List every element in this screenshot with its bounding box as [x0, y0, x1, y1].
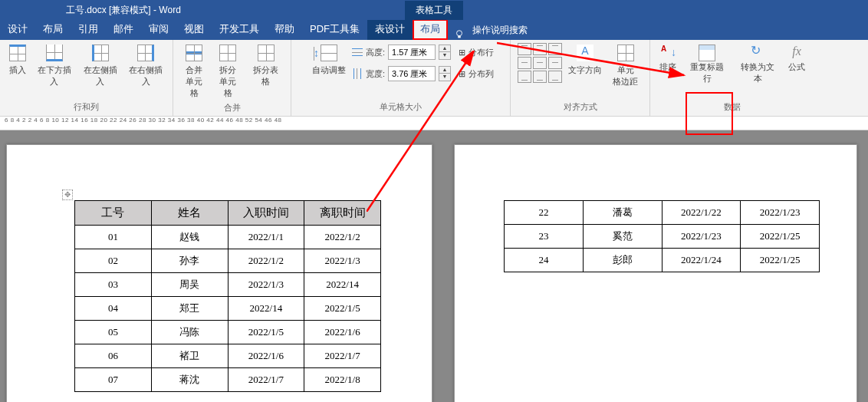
table-cell[interactable]: 赵钱 — [151, 226, 228, 249]
sort-button[interactable]: 排序 — [655, 43, 681, 74]
table-row[interactable]: 23奚范2022/1/232022/1/25 — [505, 225, 820, 249]
table-cell[interactable]: 孙李 — [151, 249, 228, 273]
table-cell[interactable]: 冯陈 — [151, 321, 228, 344]
tab-pdf-tools[interactable]: PDF工具集 — [302, 19, 367, 40]
insert-left-button[interactable]: 在左侧插入 — [78, 43, 123, 89]
tab-mailings[interactable]: 邮件 — [106, 19, 141, 40]
table-cell[interactable]: 潘葛 — [583, 201, 662, 225]
autofit-button[interactable]: 自动调整 — [307, 43, 350, 77]
text-direction-button[interactable]: A文字方向 — [564, 43, 607, 77]
table-cell[interactable]: 2022/1/3 — [304, 249, 381, 273]
table-cell[interactable]: 褚卫 — [151, 344, 228, 368]
table-cell[interactable]: 2022/1/2 — [304, 226, 381, 249]
height-stepper[interactable]: ▲▼ — [439, 44, 451, 60]
table-row[interactable]: 22潘葛2022/1/222022/1/23 — [505, 201, 820, 225]
tab-view[interactable]: 视图 — [176, 19, 212, 40]
table-cell[interactable]: 2022/1/5 — [304, 297, 381, 321]
width-input[interactable] — [388, 66, 436, 81]
table-cell[interactable]: 2022/1/6 — [228, 344, 304, 368]
horizontal-ruler[interactable]: 6 8 4 2 2 4 6 8 10 12 14 16 18 20 22 24 … — [0, 117, 868, 130]
table-cell[interactable]: 2022/1/25 — [741, 249, 820, 272]
table-cell[interactable]: 03 — [75, 273, 152, 297]
t1-header[interactable]: 姓名 — [151, 201, 228, 226]
distribute-rows-button[interactable]: 分布行 — [469, 47, 494, 58]
document-table-1[interactable]: 工号 姓名 入职时间 离职时间 01赵钱2022/1/12022/1/202孙李… — [74, 200, 381, 392]
align-bl[interactable] — [518, 71, 531, 83]
align-tl[interactable] — [518, 43, 531, 55]
document-table-2[interactable]: 22潘葛2022/1/222022/1/2323奚范2022/1/232022/… — [504, 200, 820, 272]
table-cell[interactable]: 2022/1/23 — [662, 225, 741, 249]
table-cell[interactable]: 2022/14 — [304, 273, 381, 297]
tab-developer[interactable]: 开发工具 — [212, 19, 267, 40]
t1-header[interactable]: 离职时间 — [304, 201, 381, 226]
table-row[interactable]: 02孙李2022/1/22022/1/3 — [75, 249, 381, 273]
table-cell[interactable]: 蒋沈 — [151, 368, 228, 392]
tab-help[interactable]: 帮助 — [267, 19, 302, 40]
table-cell[interactable]: 2022/1/23 — [741, 201, 820, 225]
split-cells-button[interactable]: 拆分 单元格 — [212, 43, 244, 100]
t1-header[interactable]: 工号 — [75, 201, 152, 226]
height-input[interactable] — [388, 44, 436, 60]
insert-right-button[interactable]: 在右侧插入 — [123, 43, 168, 89]
t1-header[interactable]: 入职时间 — [228, 201, 304, 226]
tab-references[interactable]: 引用 — [71, 19, 106, 40]
table-row[interactable]: 04郑王2022/142022/1/5 — [75, 297, 381, 321]
align-br[interactable] — [548, 71, 562, 83]
table-cell[interactable]: 2022/1/3 — [228, 273, 304, 297]
align-tc[interactable] — [533, 43, 547, 55]
align-bc[interactable] — [533, 71, 547, 83]
table-cell[interactable]: 郑王 — [151, 297, 228, 321]
table-cell[interactable]: 周吴 — [151, 273, 228, 297]
table-cell[interactable]: 2022/1/22 — [662, 201, 741, 225]
tab-table-design[interactable]: 表设计 — [367, 19, 413, 40]
page-2[interactable]: 22潘葛2022/1/222022/1/2323奚范2022/1/232022/… — [454, 144, 857, 402]
table-cell[interactable]: 2022/1/5 — [228, 321, 304, 344]
table-move-handle[interactable]: ✥ — [62, 189, 73, 200]
distribute-cols-button[interactable]: 分布列 — [469, 68, 494, 80]
table-cell[interactable]: 2022/1/7 — [304, 344, 381, 368]
table-cell[interactable]: 02 — [75, 249, 152, 273]
align-ml[interactable] — [518, 57, 531, 69]
table-cell[interactable]: 24 — [505, 249, 584, 272]
table-cell[interactable]: 2022/14 — [228, 297, 304, 321]
align-tr[interactable] — [548, 43, 562, 55]
table-cell[interactable]: 05 — [75, 321, 152, 344]
merge-cells-button[interactable]: 合并 单元格 — [178, 43, 210, 100]
table-row[interactable]: 03周吴2022/1/32022/14 — [75, 273, 381, 297]
table-cell[interactable]: 07 — [75, 368, 152, 392]
table-row[interactable]: 06褚卫2022/1/62022/1/7 — [75, 344, 381, 368]
width-stepper[interactable]: ▲▼ — [439, 66, 451, 81]
table-cell[interactable]: 2022/1/25 — [741, 225, 820, 249]
table-row[interactable]: 07蒋沈2022/1/72022/1/8 — [75, 368, 381, 392]
tab-layout[interactable]: 布局 — [35, 19, 71, 40]
table-cell[interactable]: 2022/1/6 — [304, 321, 381, 344]
split-table-button[interactable]: 拆分表格 — [246, 43, 286, 89]
table-row[interactable]: 24彭郎2022/1/242022/1/25 — [505, 249, 820, 272]
align-mc[interactable] — [533, 57, 547, 69]
table-cell[interactable]: 彭郎 — [583, 249, 662, 272]
formula-button[interactable]: fx公式 — [784, 43, 810, 74]
table-cell[interactable]: 06 — [75, 344, 152, 368]
align-mr[interactable] — [548, 57, 562, 69]
table-cell[interactable]: 2022/1/7 — [228, 368, 304, 392]
tell-me-search[interactable]: 操作说明搜索 — [468, 21, 532, 40]
insert-button[interactable]: 插入 — [5, 43, 31, 77]
page-1[interactable]: ✥ 工号 姓名 入职时间 离职时间 01赵钱2022/1/12022/1/202… — [6, 144, 432, 402]
table-row[interactable]: 05冯陈2022/1/52022/1/6 — [75, 321, 381, 344]
tab-review[interactable]: 审阅 — [141, 19, 176, 40]
document-area[interactable]: ✥ 工号 姓名 入职时间 离职时间 01赵钱2022/1/12022/1/202… — [0, 130, 868, 402]
convert-to-text-button[interactable]: 转换为文本 — [733, 43, 782, 86]
table-cell[interactable]: 2022/1/24 — [662, 249, 741, 272]
insert-below-button[interactable]: 在下方插入 — [32, 43, 77, 89]
tab-design[interactable]: 设计 — [0, 19, 35, 40]
table-cell[interactable]: 22 — [505, 201, 584, 225]
cell-margins-button[interactable]: 单元 格边距 — [608, 43, 643, 89]
repeat-header-button[interactable]: 重复标题行 — [682, 43, 732, 86]
table-cell[interactable]: 23 — [505, 225, 584, 249]
tab-table-layout[interactable]: 布局 — [413, 19, 448, 40]
table-cell[interactable]: 2022/1/8 — [304, 368, 381, 392]
table-cell[interactable]: 01 — [75, 226, 152, 249]
table-row[interactable]: 01赵钱2022/1/12022/1/2 — [75, 226, 381, 249]
table-cell[interactable]: 2022/1/2 — [228, 249, 304, 273]
table-cell[interactable]: 奚范 — [583, 225, 662, 249]
